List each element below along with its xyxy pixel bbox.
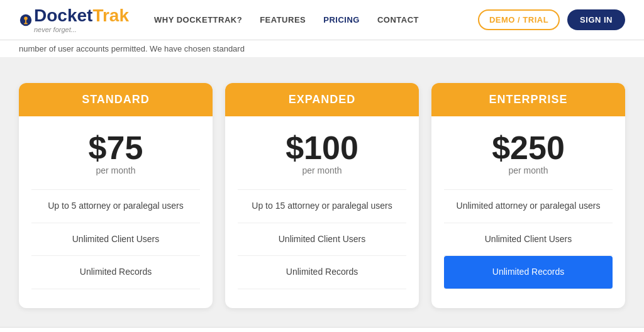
feature-enterprise-0: Unlimited attorney or paralegal users xyxy=(444,190,613,223)
top-banner-text: number of user accounts permitted. We ha… xyxy=(0,40,644,58)
feature-enterprise-1: Unlimited Client Users xyxy=(444,223,613,257)
feature-enterprise-2: Unlimited Records xyxy=(444,256,613,289)
per-month-expanded: per month xyxy=(238,165,406,175)
pricing-card-expanded: EXPANDED $100 per month Up to 15 attorne… xyxy=(225,83,419,308)
card-header-expanded: EXPANDED xyxy=(225,83,419,116)
feature-expanded-2: Unlimited Records xyxy=(238,256,406,289)
feature-list-enterprise: Unlimited attorney or paralegal users Un… xyxy=(444,189,613,289)
nav-features[interactable]: FEATURES xyxy=(260,15,306,25)
feature-list-expanded: Up to 15 attorney or paralegal users Unl… xyxy=(238,189,406,289)
price-enterprise: $250 xyxy=(444,131,613,164)
logo-trak: Trak xyxy=(92,6,129,25)
per-month-enterprise: per month xyxy=(444,165,613,175)
logo-tagline: never forget... xyxy=(34,26,129,33)
signin-button[interactable]: SIGN IN xyxy=(567,9,625,30)
feature-standard-0: Up to 5 attorney or paralegal users xyxy=(31,190,200,223)
svg-point-1 xyxy=(24,16,28,20)
feature-expanded-0: Up to 15 attorney or paralegal users xyxy=(238,190,406,223)
nav-why[interactable]: WHY DOCKETTRAK? xyxy=(154,15,242,25)
card-header-enterprise: ENTERPRISE xyxy=(431,83,625,116)
header: DocketTrak never forget... WHY DOCKETTRA… xyxy=(0,0,644,40)
demo-trial-button[interactable]: DEMO / TRIAL xyxy=(478,9,560,30)
card-body-expanded: $100 per month Up to 15 attorney or para… xyxy=(225,116,419,308)
card-header-standard: STANDARD xyxy=(19,83,213,116)
feature-standard-1: Unlimited Client Users xyxy=(31,223,200,257)
price-expanded: $100 xyxy=(238,131,406,164)
pricing-card-standard: STANDARD $75 per month Up to 5 attorney … xyxy=(19,83,213,308)
logo[interactable]: DocketTrak never forget... xyxy=(19,7,129,33)
header-actions: DEMO / TRIAL SIGN IN xyxy=(478,9,625,30)
pricing-grid: STANDARD $75 per month Up to 5 attorney … xyxy=(19,83,625,308)
per-month-standard: per month xyxy=(31,165,200,175)
nav-contact[interactable]: CONTACT xyxy=(377,15,419,25)
logo-docket: Docket xyxy=(34,6,92,25)
bottom-section: DocketTrak has 5 optional modules to all… xyxy=(0,327,644,332)
feature-list-standard: Up to 5 attorney or paralegal users Unli… xyxy=(31,189,200,289)
price-standard: $75 xyxy=(31,131,200,164)
pricing-card-enterprise: ENTERPRISE $250 per month Unlimited atto… xyxy=(431,83,625,308)
card-body-standard: $75 per month Up to 5 attorney or parale… xyxy=(19,116,213,308)
main-nav: WHY DOCKETTRAK? FEATURES PRICING CONTACT xyxy=(154,15,478,25)
nav-pricing[interactable]: PRICING xyxy=(323,15,360,25)
feature-expanded-1: Unlimited Client Users xyxy=(238,223,406,257)
pricing-section: STANDARD $75 per month Up to 5 attorney … xyxy=(0,58,644,327)
card-body-enterprise: $250 per month Unlimited attorney or par… xyxy=(431,116,625,308)
logo-icon xyxy=(19,13,33,27)
feature-standard-2: Unlimited Records xyxy=(31,256,200,289)
